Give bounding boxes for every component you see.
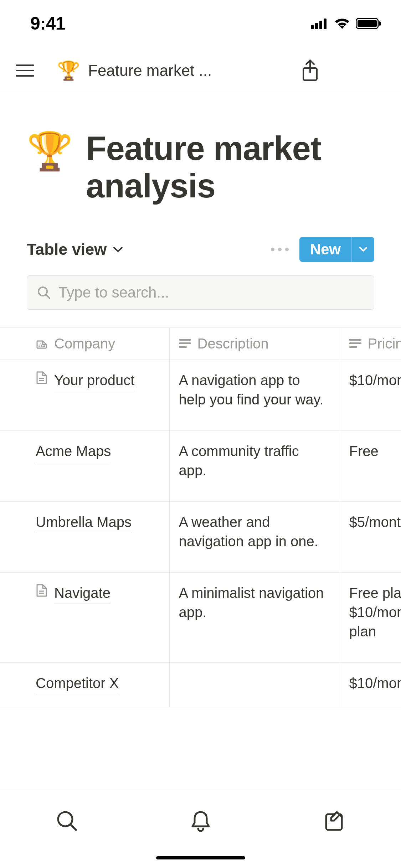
text-property-icon xyxy=(349,339,361,348)
company-name: Your product xyxy=(54,371,134,391)
share-button[interactable] xyxy=(298,58,323,83)
svg-rect-12 xyxy=(179,346,187,348)
cell-company[interactable]: Navigate xyxy=(0,572,169,662)
table-row[interactable]: Competitor X$10/month xyxy=(0,662,401,707)
compose-icon xyxy=(323,810,345,832)
column-header-pricing[interactable]: Pricing xyxy=(340,327,401,360)
cell-company[interactable]: Your product xyxy=(0,360,169,430)
svg-rect-0 xyxy=(311,25,314,29)
svg-rect-13 xyxy=(349,339,361,341)
chevron-down-icon xyxy=(359,247,367,252)
tab-notifications[interactable] xyxy=(185,805,217,837)
svg-text:Aa: Aa xyxy=(38,342,45,348)
cell-description[interactable]: A community traffic app. xyxy=(169,430,340,501)
company-name: Acme Maps xyxy=(36,441,111,462)
company-name: Navigate xyxy=(54,583,110,604)
cell-pricing[interactable]: Free xyxy=(340,430,401,501)
page-header: 🏆 Feature market analysis xyxy=(27,130,374,205)
menu-button[interactable] xyxy=(14,60,36,81)
status-indicators xyxy=(311,17,381,30)
description-text: A community traffic app. xyxy=(179,441,330,480)
pricing-text: $10/month xyxy=(349,371,401,390)
svg-rect-6 xyxy=(379,21,381,26)
database-table: Aa Company Description Pricing xyxy=(0,327,401,707)
cell-company[interactable]: Acme Maps xyxy=(0,430,169,501)
table-row[interactable]: Your productA navigation app to help you… xyxy=(0,360,401,430)
new-button[interactable]: New xyxy=(299,237,374,262)
page-emoji-small: 🏆 xyxy=(57,61,80,80)
breadcrumb[interactable]: 🏆 Feature market ... xyxy=(57,61,298,80)
hamburger-icon xyxy=(16,64,34,77)
company-name: Umbrella Maps xyxy=(36,512,132,533)
search-icon xyxy=(56,810,78,832)
text-property-icon xyxy=(179,339,191,348)
column-header-label: Description xyxy=(197,336,269,352)
column-header-label: Company xyxy=(54,336,115,352)
search-box[interactable] xyxy=(27,275,374,310)
new-button-dropdown[interactable] xyxy=(351,237,374,262)
table-header-row: Aa Company Description Pricing xyxy=(0,327,401,360)
more-button[interactable] xyxy=(271,248,289,251)
chevron-down-icon xyxy=(113,246,123,253)
column-header-label: Pricing xyxy=(368,336,401,352)
svg-rect-14 xyxy=(349,342,361,344)
cell-description[interactable] xyxy=(169,662,340,707)
column-header-description[interactable]: Description xyxy=(169,327,340,360)
svg-rect-15 xyxy=(349,346,357,348)
page-emoji[interactable]: 🏆 xyxy=(27,133,73,170)
svg-rect-11 xyxy=(179,342,191,344)
tab-search[interactable] xyxy=(51,805,83,837)
page-icon xyxy=(36,371,48,385)
description-text: A navigation app to help you find your w… xyxy=(179,371,330,409)
new-button-label: New xyxy=(299,237,351,262)
svg-rect-2 xyxy=(319,21,322,29)
cell-company[interactable]: Competitor X xyxy=(0,662,169,707)
home-indicator xyxy=(156,856,245,859)
svg-rect-5 xyxy=(358,20,377,27)
svg-rect-1 xyxy=(315,23,318,29)
view-name: Table view xyxy=(27,240,107,259)
view-selector[interactable]: Table view xyxy=(27,240,123,259)
svg-point-8 xyxy=(38,287,47,296)
bell-icon xyxy=(190,810,211,832)
svg-rect-3 xyxy=(324,19,327,29)
breadcrumb-title: Feature market ... xyxy=(88,62,212,79)
column-header-company[interactable]: Aa Company xyxy=(0,327,169,360)
description-text: A minimalist navigation app. xyxy=(179,583,330,622)
search-input[interactable] xyxy=(58,284,364,301)
company-name: Competitor X xyxy=(36,673,119,694)
svg-point-16 xyxy=(58,812,72,826)
page-title[interactable]: Feature market analysis xyxy=(86,130,374,205)
title-property-icon: Aa xyxy=(36,337,48,350)
cell-description[interactable]: A navigation app to help you find your w… xyxy=(169,360,340,430)
page-icon xyxy=(36,583,48,598)
pricing-text: $5/month xyxy=(349,512,401,532)
search-icon xyxy=(37,286,51,299)
battery-icon xyxy=(356,17,381,30)
pricing-text: $10/month xyxy=(349,673,401,693)
pricing-text: Free xyxy=(349,441,401,461)
cellular-icon xyxy=(311,18,329,29)
pricing-text: Free plan, $10/month pro plan xyxy=(349,583,401,641)
table-row[interactable]: NavigateA minimalist navigation app.Free… xyxy=(0,572,401,662)
cell-pricing[interactable]: $10/month xyxy=(340,360,401,430)
status-bar: 9:41 xyxy=(0,0,401,47)
view-toolbar: Table view New xyxy=(27,237,374,262)
cell-pricing[interactable]: $10/month xyxy=(340,662,401,707)
table-row[interactable]: Umbrella MapsA weather and navigation ap… xyxy=(0,501,401,572)
description-text: A weather and navigation app in one. xyxy=(179,512,330,551)
cell-description[interactable]: A weather and navigation app in one. xyxy=(169,501,340,572)
bottom-tab-bar xyxy=(0,790,401,868)
svg-rect-10 xyxy=(179,339,191,341)
topbar: 🏆 Feature market ... xyxy=(0,47,401,94)
tab-compose[interactable] xyxy=(318,805,350,837)
status-time: 9:41 xyxy=(30,13,65,34)
wifi-icon xyxy=(334,17,351,30)
cell-description[interactable]: A minimalist navigation app. xyxy=(169,572,340,662)
cell-pricing[interactable]: Free plan, $10/month pro plan xyxy=(340,572,401,662)
share-icon xyxy=(301,60,319,82)
cell-company[interactable]: Umbrella Maps xyxy=(0,501,169,572)
table-row[interactable]: Acme MapsA community traffic app.Free xyxy=(0,430,401,501)
cell-pricing[interactable]: $5/month xyxy=(340,501,401,572)
